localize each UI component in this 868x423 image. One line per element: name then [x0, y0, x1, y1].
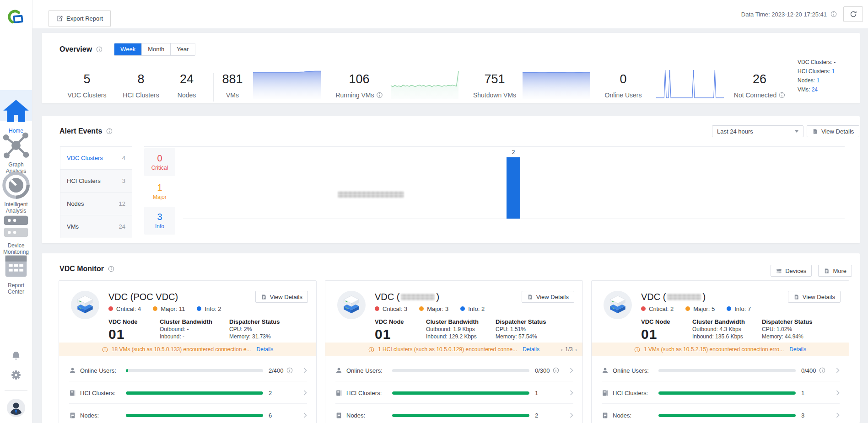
alert-severity-filters: 0Critical 1Major 3Info	[144, 148, 175, 236]
row-label: HCI Clusters:	[613, 390, 653, 396]
overview-title: Overview	[59, 45, 92, 54]
vdc-view-details-button[interactable]: View Details	[522, 291, 574, 303]
period-year-button[interactable]: Year	[170, 43, 194, 55]
severity-info[interactable]: 3Info	[144, 207, 175, 235]
vdc-name-redacted	[667, 294, 701, 300]
online-users-row[interactable]: Online Users: 0/400	[602, 356, 840, 381]
hci-clusters-row[interactable]: HCI Clusters: 1	[602, 381, 840, 403]
vdc-metrics: VDC Node 01 Cluster Bandwidth Outbound: …	[641, 318, 841, 342]
summary-value-link[interactable]: 1	[816, 77, 819, 84]
vdc-warning-banner: 1 VMs (such as 10.5.2.15) encountered co…	[592, 343, 849, 356]
alert-tab-hci-clusters[interactable]: HCI Clusters3	[60, 169, 132, 192]
vdc-card-main: VDC (POC VDC) View Details Critical: 4 M…	[108, 291, 308, 342]
progress-track	[392, 369, 529, 372]
sidebar-item-report-center[interactable]: Report Center	[0, 250, 32, 295]
chevron-right-icon[interactable]	[303, 390, 307, 396]
settings-gear-icon[interactable]	[11, 369, 22, 380]
hci-clusters-row[interactable]: HCI Clusters: 1	[335, 381, 573, 403]
nodes-row[interactable]: Nodes: 2	[335, 403, 573, 423]
refresh-button[interactable]	[843, 6, 863, 22]
banner-details-link[interactable]: Details	[257, 346, 274, 353]
sidebar-item-device-monitoring[interactable]: Device Monitoring	[0, 210, 32, 255]
banner-message: 1 VMs (such as 10.5.2.15) encountered co…	[644, 346, 784, 353]
online-users-row[interactable]: Online Users: 0/300	[335, 356, 573, 381]
alert-events-title: Alert Events	[59, 127, 102, 135]
stat-label: Running VMs	[335, 91, 374, 99]
alert-view-details-button[interactable]: View Details	[807, 125, 859, 137]
stat-value: 751	[473, 72, 516, 86]
sidebar-item-intelligent-analysis[interactable]: Intelligent Analysis	[0, 169, 32, 214]
overview-divider	[213, 73, 214, 102]
critical-dot-icon	[108, 306, 113, 311]
nodes-row[interactable]: Nodes: 3	[602, 403, 840, 423]
progress-track	[658, 391, 796, 395]
vdc-severity-row: Critical: 4 Major: 11 Info: 2	[108, 305, 308, 313]
chevron-right-icon[interactable]	[570, 412, 573, 418]
metric-header: Dispatcher Status	[496, 318, 574, 326]
vdc-severity-row: Critical: 2 Major: 5 Info: 7	[641, 305, 841, 313]
sidebar-item-label: Report Center	[1, 282, 31, 295]
alert-tab-vms[interactable]: VMs24	[60, 215, 132, 238]
running-vms-sparkline	[390, 69, 459, 99]
sidebar-item-home[interactable]: Home	[0, 90, 32, 121]
memory-value: Memory: 31.73%	[229, 333, 308, 340]
chevron-right-icon[interactable]	[570, 368, 573, 373]
chevron-right-icon[interactable]	[836, 412, 840, 418]
banner-details-link[interactable]: Details	[789, 346, 806, 353]
hci-clusters-row[interactable]: HCI Clusters: 2	[69, 381, 307, 403]
banner-details-link[interactable]: Details	[523, 346, 539, 353]
period-month-button[interactable]: Month	[141, 43, 170, 55]
pagination-next-icon[interactable]: ›	[575, 346, 577, 353]
period-week-button[interactable]: Week	[114, 43, 141, 55]
vdc-node-value: 01	[108, 327, 160, 342]
severity-major[interactable]: 1Major	[144, 177, 175, 205]
user-icon	[602, 367, 609, 374]
more-button[interactable]: More	[818, 265, 852, 277]
metric-header: Dispatcher Status	[762, 318, 841, 326]
vdc-view-details-button[interactable]: View Details	[788, 291, 841, 303]
online-users-row[interactable]: Online Users: 2/400	[69, 356, 307, 381]
alert-tab-vdc-clusters[interactable]: VDC Clusters4	[60, 147, 132, 169]
cluster-bandwidth-metric: Cluster Bandwidth Outbound: - Inbound: -	[160, 318, 229, 342]
pagination-prev-icon[interactable]: ‹	[561, 346, 563, 353]
chevron-right-icon[interactable]	[303, 412, 307, 418]
time-filter-dropdown[interactable]: Last 24 hours	[712, 125, 803, 137]
outbound-value: Outbound: 1.9 Kbps	[426, 326, 496, 333]
vdc-monitor-actions: Devices More	[771, 265, 852, 277]
stat-value: 8	[123, 72, 159, 86]
summary-value-link[interactable]: 1	[832, 68, 835, 75]
row-label: HCI Clusters:	[346, 390, 387, 396]
sidebar-item-graph-analysis[interactable]: Graph Analysis	[0, 129, 32, 174]
vdc-title-suffix: )	[702, 291, 706, 303]
export-report-button[interactable]: Export Report	[49, 10, 111, 27]
tab-count: 3	[122, 177, 125, 184]
node-icon	[69, 412, 76, 419]
summary-value-link[interactable]: 24	[812, 86, 818, 93]
stat-value: 106	[335, 72, 383, 86]
more-label: More	[833, 268, 846, 274]
alert-bar[interactable]	[507, 157, 520, 219]
nodes-row[interactable]: Nodes: 6	[69, 403, 307, 423]
info-icon	[368, 347, 374, 353]
document-icon	[527, 294, 533, 300]
row-label: Nodes:	[613, 412, 653, 419]
alert-tab-nodes[interactable]: Nodes12	[60, 192, 132, 215]
chevron-right-icon[interactable]	[303, 368, 307, 373]
user-avatar[interactable]	[7, 399, 25, 417]
cpu-value: CPU: 2%	[229, 326, 308, 333]
row-value: 1	[801, 390, 836, 396]
chevron-right-icon[interactable]	[836, 390, 840, 396]
progress-fill	[126, 369, 128, 372]
severity-critical[interactable]: 0Critical	[144, 148, 175, 176]
chevron-right-icon[interactable]	[836, 368, 840, 373]
metric-header: VDC Node	[641, 318, 692, 326]
severity-count: 0	[157, 153, 162, 164]
critical-dot-icon	[641, 306, 646, 311]
hci-cluster-icon	[602, 390, 609, 396]
devices-button[interactable]: Devices	[771, 265, 812, 277]
summary-line: VMs: 24	[798, 85, 836, 94]
vdc-view-details-button[interactable]: View Details	[255, 291, 308, 303]
notifications-bell-icon[interactable]	[11, 350, 22, 361]
chevron-right-icon[interactable]	[570, 390, 573, 396]
major-count: Major: 5	[685, 305, 715, 312]
